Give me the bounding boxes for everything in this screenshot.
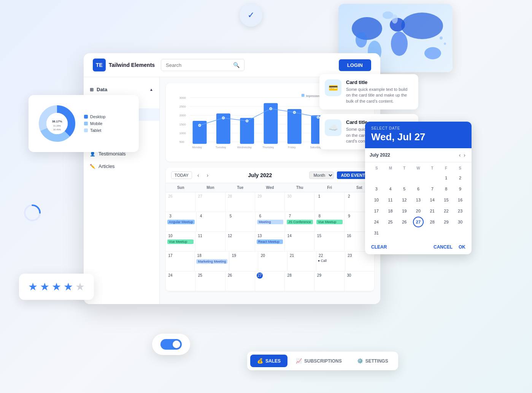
dp-cancel-button[interactable]: CANCEL	[434, 244, 453, 250]
dp-day[interactable]	[399, 173, 410, 183]
tab-settings[interactable]: ⚙️ SETTINGS	[350, 355, 395, 367]
cal-cell[interactable]: 29	[314, 271, 344, 291]
dp-day-27[interactable]: 27	[413, 217, 424, 227]
event-bar-vue2: Vue Meetup	[167, 239, 194, 244]
calendar-prev-button[interactable]: ‹	[195, 171, 202, 179]
dp-day-28[interactable]: 28	[427, 217, 438, 227]
cal-cell[interactable]: 13 React Meetup	[255, 232, 285, 251]
dp-day-26[interactable]: 26	[399, 217, 410, 227]
cal-cell[interactable]: 18 Marketing Meeting	[195, 252, 229, 271]
login-button[interactable]: LOGIN	[339, 59, 371, 71]
cal-cell[interactable]: 27	[255, 271, 285, 291]
dp-day-6[interactable]: 6	[413, 184, 424, 194]
dp-day-25[interactable]: 25	[385, 217, 396, 227]
settings-icon: ⚙️	[357, 358, 363, 364]
cell-num: 9	[346, 213, 352, 219]
cal-cell[interactable]: 26	[166, 192, 195, 212]
dp-day-14[interactable]: 14	[427, 195, 438, 205]
cal-cell[interactable]: 17	[166, 252, 195, 271]
cal-cell[interactable]: 27	[195, 192, 225, 212]
dp-day-20[interactable]: 20	[413, 206, 424, 216]
legend-desktop: Desktop	[84, 114, 105, 119]
dp-day-17[interactable]: 17	[371, 206, 382, 216]
cal-cell[interactable]: 4	[197, 212, 226, 231]
dp-day[interactable]	[385, 173, 396, 183]
star-5[interactable]: ★	[75, 280, 85, 293]
cal-cell[interactable]: 29	[255, 192, 285, 212]
cal-cell[interactable]: 28	[226, 192, 255, 212]
tab-sales[interactable]: 💰 SALES	[250, 355, 287, 367]
info-card-1: 💳 Card title Some quick example text to …	[319, 74, 418, 109]
cal-cell[interactable]: 11	[195, 232, 225, 251]
calendar-view-select[interactable]: Month	[309, 171, 334, 179]
dp-day-15[interactable]: 15	[441, 195, 451, 205]
dp-day-1[interactable]: 1	[441, 173, 451, 183]
cal-cell[interactable]: 23	[345, 252, 374, 271]
dp-select-label: SELECT DATE	[371, 126, 465, 130]
dp-day[interactable]	[427, 173, 438, 183]
cal-cell[interactable]: 1	[314, 192, 344, 212]
cal-cell[interactable]: 10 Vue Meetup	[166, 232, 195, 251]
dp-day-29[interactable]: 29	[441, 217, 451, 227]
dp-next-button[interactable]: ›	[462, 151, 467, 159]
dp-day[interactable]	[413, 173, 424, 183]
sidebar-section-data-header[interactable]: ⊞ Data ▲	[84, 83, 159, 96]
cal-cell[interactable]: 15	[314, 232, 344, 251]
calendar-next-button[interactable]: ›	[205, 171, 211, 179]
dp-day-4[interactable]: 4	[385, 184, 396, 194]
dp-day-2[interactable]: 2	[455, 173, 465, 183]
toggle-switch[interactable]	[160, 339, 182, 350]
cal-cell[interactable]: 25	[195, 271, 225, 291]
dp-prev-button[interactable]: ‹	[457, 151, 462, 159]
dp-day-10[interactable]: 10	[371, 195, 382, 205]
dp-day-9[interactable]: 9	[455, 184, 465, 194]
dp-day-16[interactable]: 16	[455, 195, 465, 205]
cal-cell[interactable]: 8 Vue Meetup	[315, 212, 345, 231]
dp-day[interactable]	[371, 173, 382, 183]
dp-day-24[interactable]: 24	[371, 217, 382, 227]
cal-cell[interactable]: 7 JS Conference	[285, 212, 315, 231]
cal-cell[interactable]: 21	[287, 252, 316, 271]
calendar-add-event-button[interactable]: ADD EVENT	[337, 171, 369, 179]
search-input[interactable]	[166, 62, 230, 68]
dp-day-21[interactable]: 21	[427, 206, 438, 216]
cal-cell[interactable]: 5	[226, 212, 256, 231]
cal-cell[interactable]: 14	[285, 232, 314, 251]
star-3[interactable]: ★	[52, 280, 61, 293]
sidebar-item-articles[interactable]: ✏️ Articles	[84, 160, 159, 173]
star-4[interactable]: ★	[64, 280, 73, 293]
dp-clear-button[interactable]: CLEAR	[371, 244, 387, 250]
dp-day-11[interactable]: 11	[385, 195, 396, 205]
dp-day-19[interactable]: 19	[399, 206, 410, 216]
star-1[interactable]: ★	[28, 280, 38, 293]
dp-day-30[interactable]: 30	[455, 217, 465, 227]
dp-day-3[interactable]: 3	[371, 184, 382, 194]
dp-day-12[interactable]: 12	[399, 195, 410, 205]
cal-cell[interactable]: 30	[345, 271, 374, 291]
cal-cell[interactable]: 6 Meeting	[256, 212, 285, 231]
search-bar[interactable]: 🔍	[161, 59, 245, 71]
star-2[interactable]: ★	[40, 280, 49, 293]
dp-day-18[interactable]: 18	[385, 206, 396, 216]
dp-day-22[interactable]: 22	[441, 206, 451, 216]
dp-wd-s1: S	[370, 165, 384, 171]
cal-cell[interactable]: 3 Angular Meetup	[166, 212, 197, 231]
cal-cell[interactable]: 24	[166, 271, 195, 291]
cal-cell[interactable]: 20	[258, 252, 287, 271]
dp-day-31[interactable]: 31	[371, 228, 382, 238]
calendar-today-button[interactable]: TODAY	[171, 171, 192, 179]
dp-ok-button[interactable]: OK	[459, 244, 465, 250]
tab-subscriptions[interactable]: 📈 SUBSCRIPTIONS	[289, 355, 349, 367]
toggle-card[interactable]	[152, 334, 190, 355]
dp-day-5[interactable]: 5	[399, 184, 410, 194]
cal-cell[interactable]: 26	[226, 271, 255, 291]
cal-cell[interactable]: 22 ● Call	[316, 252, 345, 271]
cal-cell[interactable]: 19	[229, 252, 258, 271]
dp-day-13[interactable]: 13	[413, 195, 424, 205]
cal-cell[interactable]: 30	[285, 192, 314, 212]
dp-day-8[interactable]: 8	[441, 184, 451, 194]
dp-day-7[interactable]: 7	[427, 184, 438, 194]
cal-cell[interactable]: 28	[285, 271, 314, 291]
cal-cell[interactable]: 12	[226, 232, 255, 251]
dp-day-23[interactable]: 23	[455, 206, 465, 216]
